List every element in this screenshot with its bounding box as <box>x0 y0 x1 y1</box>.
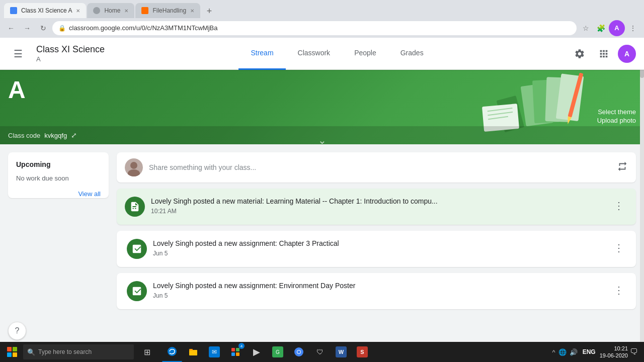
post-assignment-1-icon <box>127 239 147 259</box>
taskbar-chrome[interactable] <box>289 342 309 362</box>
assignment-icon-2 <box>131 286 142 297</box>
tab-grades[interactable]: Grades <box>388 38 436 70</box>
tab-people-label: People <box>354 49 376 57</box>
more-icon[interactable]: ⋮ <box>626 21 640 35</box>
back-button[interactable]: ← <box>4 21 18 35</box>
post-assignment-1-menu[interactable]: ⋮ <box>610 239 628 257</box>
task-view-icon: ⊞ <box>141 346 152 357</box>
top-nav: ☰ Class XI Science A Stream Classwork Pe… <box>0 38 644 70</box>
expand-code-icon[interactable]: ⤢ <box>71 131 77 139</box>
post-material-body: Lovely Singh posted a new material: Lear… <box>151 197 604 215</box>
taskbar-date-value: 19-06-2020 <box>600 352 628 359</box>
tab-favicon-1 <box>10 7 17 14</box>
post-assignment-2-icon <box>127 281 147 301</box>
forward-button[interactable]: → <box>20 21 34 35</box>
share-repost-icon[interactable] <box>617 161 628 174</box>
tab-home[interactable]: Home ✕ <box>87 3 134 18</box>
address-box[interactable]: 🔒 classroom.google.com/u/0/c/NzA3MTM1NTc… <box>52 21 577 35</box>
address-text: classroom.google.com/u/0/c/NzA3MTM1NTcwM… <box>69 24 217 32</box>
post-material[interactable]: Lovely Singh posted a new material: Lear… <box>117 189 636 225</box>
post-assignment-2-body: Lovely Singh posted a new assignment: En… <box>153 281 604 299</box>
post-assignment-2-action: posted a new assignment: <box>195 282 279 290</box>
content-layout: Upcoming No work due soon View all <box>0 144 644 345</box>
menu-button[interactable]: ☰ <box>8 44 28 64</box>
store-badge: 4 <box>238 343 245 349</box>
view-all-button[interactable]: View all <box>78 190 101 198</box>
nav-tabs: Stream Classwork People Grades <box>113 38 561 70</box>
taskbar-search-icon: 🔍 <box>27 348 35 356</box>
class-code-label: Class code <box>8 132 40 139</box>
help-button[interactable]: ? <box>8 322 26 340</box>
post-assignment-1[interactable]: Lovely Singh posted a new assignment: Ch… <box>117 231 636 267</box>
refresh-button[interactable]: ↻ <box>36 21 50 35</box>
post-material-menu[interactable]: ⋮ <box>610 197 628 215</box>
post-material-icon <box>125 197 145 217</box>
bookmark-icon[interactable]: ☆ <box>579 21 593 35</box>
class-name: Class XI Science <box>36 44 105 55</box>
tab-label-2: Home <box>104 7 120 14</box>
taskbar-edge[interactable] <box>162 342 182 362</box>
speaker-icon[interactable]: 🔊 <box>569 347 579 357</box>
extensions-icon[interactable]: 🧩 <box>594 21 608 35</box>
taskbar-classroom[interactable]: G <box>268 342 288 362</box>
upcoming-card: Upcoming No work due soon View all <box>8 152 109 198</box>
language-button[interactable]: ENG <box>581 347 598 356</box>
vpn-icon: 🛡 <box>314 346 326 357</box>
taskbar-search-box[interactable]: 🔍 Type here to search <box>23 344 134 359</box>
taskbar-media[interactable]: ▶ <box>247 342 267 362</box>
task-view-button[interactable]: ⊞ <box>137 342 157 362</box>
network-icon[interactable]: 🌐 <box>557 347 568 357</box>
sidebar: Upcoming No work due soon View all <box>8 152 109 337</box>
class-section: A <box>36 55 105 63</box>
taskbar-store[interactable]: 4 <box>225 342 246 362</box>
apps-button[interactable] <box>594 44 614 64</box>
taskbar-slides[interactable]: S <box>352 342 372 362</box>
taskbar-file-explorer[interactable] <box>183 342 203 362</box>
taskbar-right: ^ 🌐 🔊 ENG 10:21 19-06-2020 🗨 <box>547 345 642 359</box>
post-assignment-2-menu[interactable]: ⋮ <box>610 281 628 299</box>
settings-button[interactable] <box>570 44 590 64</box>
collapse-banner-button[interactable]: ⌄ <box>318 134 327 144</box>
post-material-content: Learning Material -- Chapter 1: Introduc… <box>266 197 438 205</box>
tab-close-2[interactable]: ✕ <box>124 8 128 14</box>
upload-photo-button[interactable]: Upload photo <box>597 117 636 124</box>
class-code-value: kvkgqfg <box>44 132 67 139</box>
chevron-tray-icon[interactable]: ^ <box>551 347 556 357</box>
svg-rect-20 <box>236 352 239 356</box>
notification-center-icon[interactable]: 🗨 <box>630 347 638 356</box>
user-avatar-icon[interactable]: A <box>609 20 625 36</box>
taskbar-word[interactable]: W <box>331 342 351 362</box>
taskbar: 🔍 Type here to search ⊞ ✉ 4 <box>0 342 644 362</box>
post-assignment-2[interactable]: Lovely Singh posted a new assignment: En… <box>117 273 636 309</box>
svg-point-12 <box>130 162 137 169</box>
taskbar-vpn[interactable]: 🛡 <box>310 342 330 362</box>
apps-icon <box>598 48 609 59</box>
posts-area: Share something with your class... Lovel… <box>117 152 636 337</box>
tab-stream[interactable]: Stream <box>238 38 285 70</box>
taskbar-mail[interactable]: ✉ <box>204 342 224 362</box>
tab-people[interactable]: People <box>342 38 388 70</box>
new-tab-button[interactable]: + <box>202 4 216 18</box>
taskbar-clock[interactable]: 10:21 19-06-2020 <box>600 345 628 359</box>
share-box: Share something with your class... <box>117 152 636 183</box>
tab-filehandling[interactable]: FileHandling ✕ <box>135 3 200 18</box>
start-button[interactable] <box>2 342 22 362</box>
svg-rect-19 <box>231 352 235 356</box>
toolbar-icons: ☆ 🧩 A ⋮ <box>579 20 640 36</box>
user-avatar[interactable]: A <box>618 45 636 63</box>
tab-class-xi[interactable]: Class XI Science A ✕ <box>4 3 86 18</box>
post-assignment-1-action: posted a new assignment: <box>195 239 279 247</box>
no-work-text: No work due soon <box>16 174 101 182</box>
select-theme-button[interactable]: Select theme <box>598 108 636 116</box>
post-assignment-1-body: Lovely Singh posted a new assignment: Ch… <box>153 239 604 257</box>
edge-icon <box>167 346 178 357</box>
avatar-image <box>125 158 143 176</box>
tab-close-3[interactable]: ✕ <box>190 8 194 14</box>
svg-rect-18 <box>236 348 239 351</box>
scrollbar[interactable] <box>640 38 644 362</box>
share-input[interactable]: Share something with your class... <box>149 163 611 171</box>
post-assignment-2-time: Jun 5 <box>153 292 604 299</box>
tab-classwork[interactable]: Classwork <box>286 38 343 70</box>
tab-close-1[interactable]: ✕ <box>76 8 80 14</box>
tab-classwork-label: Classwork <box>298 49 331 57</box>
